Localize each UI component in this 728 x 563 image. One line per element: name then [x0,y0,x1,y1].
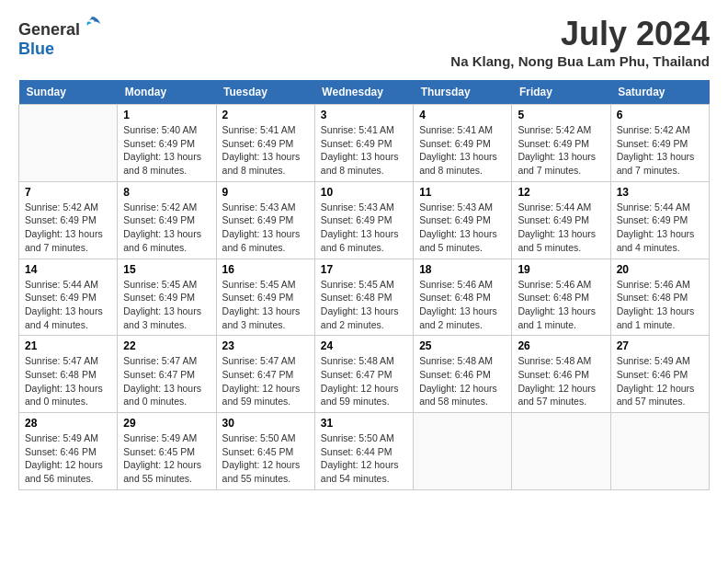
day-number: 15 [123,263,210,276]
calendar-cell: 30Sunrise: 5:50 AM Sunset: 6:45 PM Dayli… [216,413,314,490]
day-number: 16 [222,263,309,276]
day-info: Sunrise: 5:43 AM Sunset: 6:49 PM Dayligh… [419,201,506,255]
location-title: Na Klang, Nong Bua Lam Phu, Thailand [450,53,710,69]
day-info: Sunrise: 5:42 AM Sunset: 6:49 PM Dayligh… [123,201,210,255]
logo-blue: Blue [18,40,54,58]
calendar-cell: 28Sunrise: 5:49 AM Sunset: 6:46 PM Dayli… [19,413,118,490]
day-info: Sunrise: 5:47 AM Sunset: 6:47 PM Dayligh… [222,354,309,408]
day-number: 21 [25,339,111,352]
day-info: Sunrise: 5:45 AM Sunset: 6:48 PM Dayligh… [321,278,407,332]
calendar-cell: 26Sunrise: 5:48 AM Sunset: 6:46 PM Dayli… [512,336,610,413]
header-sunday: Sunday [19,80,118,105]
calendar-cell: 27Sunrise: 5:49 AM Sunset: 6:46 PM Dayli… [610,336,709,413]
day-number: 24 [321,339,407,352]
calendar-cell: 8Sunrise: 5:42 AM Sunset: 6:49 PM Daylig… [118,181,216,259]
day-info: Sunrise: 5:50 AM Sunset: 6:45 PM Dayligh… [222,431,309,486]
day-number: 1 [123,109,210,121]
logo-bird-icon [82,15,102,35]
calendar-cell: 20Sunrise: 5:46 AM Sunset: 6:48 PM Dayli… [610,259,709,336]
header-wednesday: Wednesday [314,80,413,105]
day-number: 10 [321,186,407,199]
calendar-week-row: 7Sunrise: 5:42 AM Sunset: 6:49 PM Daylig… [19,181,710,259]
day-number: 13 [617,186,703,199]
day-info: Sunrise: 5:49 AM Sunset: 6:45 PM Dayligh… [123,431,210,486]
day-number: 26 [518,339,604,352]
calendar-week-row: 14Sunrise: 5:44 AM Sunset: 6:49 PM Dayli… [19,259,710,336]
day-number: 22 [123,339,210,352]
calendar-cell: 4Sunrise: 5:41 AM Sunset: 6:49 PM Daylig… [414,105,512,182]
day-number: 7 [25,186,111,199]
day-number: 27 [617,339,703,352]
day-info: Sunrise: 5:42 AM Sunset: 6:49 PM Dayligh… [25,201,111,255]
calendar-cell: 11Sunrise: 5:43 AM Sunset: 6:49 PM Dayli… [414,181,512,259]
calendar-cell: 21Sunrise: 5:47 AM Sunset: 6:48 PM Dayli… [19,336,118,413]
calendar-cell: 23Sunrise: 5:47 AM Sunset: 6:47 PM Dayli… [216,336,314,413]
day-info: Sunrise: 5:46 AM Sunset: 6:48 PM Dayligh… [518,278,604,332]
calendar-week-row: 1Sunrise: 5:40 AM Sunset: 6:49 PM Daylig… [19,105,710,182]
day-info: Sunrise: 5:45 AM Sunset: 6:49 PM Dayligh… [222,278,309,332]
calendar-cell: 2Sunrise: 5:41 AM Sunset: 6:49 PM Daylig… [216,105,314,182]
logo-general: General [18,20,80,39]
day-info: Sunrise: 5:48 AM Sunset: 6:46 PM Dayligh… [518,354,604,408]
day-info: Sunrise: 5:48 AM Sunset: 6:46 PM Dayligh… [419,354,506,408]
header-thursday: Thursday [414,80,512,105]
calendar-cell: 9Sunrise: 5:43 AM Sunset: 6:49 PM Daylig… [216,181,314,259]
day-number: 5 [518,109,604,121]
calendar-cell: 1Sunrise: 5:40 AM Sunset: 6:49 PM Daylig… [118,105,216,182]
calendar-cell: 24Sunrise: 5:48 AM Sunset: 6:47 PM Dayli… [314,336,413,413]
header-saturday: Saturday [610,80,709,105]
day-info: Sunrise: 5:45 AM Sunset: 6:49 PM Dayligh… [123,278,210,332]
day-number: 14 [25,263,111,276]
calendar-cell: 25Sunrise: 5:48 AM Sunset: 6:46 PM Dayli… [414,336,512,413]
logo: General Blue [18,15,102,59]
calendar-cell: 13Sunrise: 5:44 AM Sunset: 6:49 PM Dayli… [610,181,709,259]
header-monday: Monday [118,80,216,105]
calendar-cell: 31Sunrise: 5:50 AM Sunset: 6:44 PM Dayli… [314,413,413,490]
day-number: 12 [518,186,604,199]
calendar-cell [414,413,512,490]
header: General Blue July 2024 Na Klang, Nong Bu… [18,15,710,69]
calendar-cell: 17Sunrise: 5:45 AM Sunset: 6:48 PM Dayli… [314,259,413,336]
day-number: 2 [222,109,309,121]
day-info: Sunrise: 5:42 AM Sunset: 6:49 PM Dayligh… [518,123,604,178]
day-info: Sunrise: 5:44 AM Sunset: 6:49 PM Dayligh… [617,201,703,255]
calendar-cell [512,413,610,490]
day-number: 17 [321,263,407,276]
calendar-cell: 16Sunrise: 5:45 AM Sunset: 6:49 PM Dayli… [216,259,314,336]
month-title: July 2024 [450,15,710,53]
day-info: Sunrise: 5:41 AM Sunset: 6:49 PM Dayligh… [222,123,309,178]
calendar-cell: 12Sunrise: 5:44 AM Sunset: 6:49 PM Dayli… [512,181,610,259]
calendar-cell: 14Sunrise: 5:44 AM Sunset: 6:49 PM Dayli… [19,259,118,336]
calendar-cell: 29Sunrise: 5:49 AM Sunset: 6:45 PM Dayli… [118,413,216,490]
header-friday: Friday [512,80,610,105]
day-info: Sunrise: 5:46 AM Sunset: 6:48 PM Dayligh… [419,278,506,332]
day-number: 6 [617,109,703,121]
calendar-cell: 7Sunrise: 5:42 AM Sunset: 6:49 PM Daylig… [19,181,118,259]
day-number: 20 [617,263,703,276]
calendar-week-row: 28Sunrise: 5:49 AM Sunset: 6:46 PM Dayli… [19,413,710,490]
day-number: 28 [25,417,111,430]
day-info: Sunrise: 5:41 AM Sunset: 6:49 PM Dayligh… [321,123,407,178]
calendar-cell [610,413,709,490]
day-info: Sunrise: 5:47 AM Sunset: 6:48 PM Dayligh… [25,354,111,408]
day-number: 19 [518,263,604,276]
logo-text: General Blue [18,15,102,59]
day-info: Sunrise: 5:49 AM Sunset: 6:46 PM Dayligh… [617,354,703,408]
calendar-cell: 10Sunrise: 5:43 AM Sunset: 6:49 PM Dayli… [314,181,413,259]
day-number: 18 [419,263,506,276]
day-number: 31 [321,417,407,430]
calendar-table: Sunday Monday Tuesday Wednesday Thursday… [18,80,710,490]
day-info: Sunrise: 5:47 AM Sunset: 6:47 PM Dayligh… [123,354,210,408]
day-number: 4 [419,109,506,121]
title-area: July 2024 Na Klang, Nong Bua Lam Phu, Th… [450,15,710,69]
calendar-cell: 6Sunrise: 5:42 AM Sunset: 6:49 PM Daylig… [610,105,709,182]
calendar-cell: 15Sunrise: 5:45 AM Sunset: 6:49 PM Dayli… [118,259,216,336]
day-info: Sunrise: 5:49 AM Sunset: 6:46 PM Dayligh… [25,431,111,486]
calendar-cell [19,105,118,182]
day-info: Sunrise: 5:44 AM Sunset: 6:49 PM Dayligh… [25,278,111,332]
day-info: Sunrise: 5:46 AM Sunset: 6:48 PM Dayligh… [617,278,703,332]
day-info: Sunrise: 5:42 AM Sunset: 6:49 PM Dayligh… [617,123,703,178]
calendar-cell: 5Sunrise: 5:42 AM Sunset: 6:49 PM Daylig… [512,105,610,182]
weekday-header-row: Sunday Monday Tuesday Wednesday Thursday… [19,80,710,105]
day-number: 8 [123,186,210,199]
